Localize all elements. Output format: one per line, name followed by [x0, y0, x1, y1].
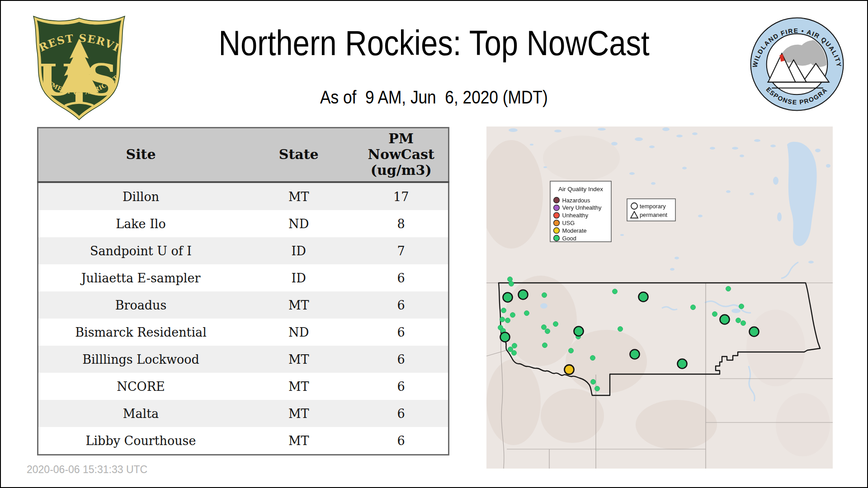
aqi-color-icon: [554, 197, 560, 203]
monitor-marker: [618, 327, 623, 332]
aqi-item-label: Very Unhealthy: [562, 204, 602, 211]
monitor-marker: [630, 350, 640, 359]
state-cell: MT: [243, 182, 354, 210]
monitor-marker: [501, 308, 506, 313]
aqi-color-icon: [554, 212, 560, 218]
site-cell: Billlings Lockwood: [38, 346, 244, 373]
marker-key: temporary permanent: [627, 199, 675, 221]
table-row: NCOREMT6: [38, 373, 449, 400]
monitor-marker: [510, 313, 515, 318]
state-cell: MT: [243, 346, 354, 373]
site-cell: NCORE: [38, 373, 244, 400]
value-cell: 6: [354, 373, 448, 400]
column-header-pm-nowcast: PM NowCast (ug/m3): [354, 128, 448, 183]
permanent-label: permanent: [640, 211, 668, 218]
value-cell: 7: [354, 237, 448, 264]
site-cell: Juliaetta E-sampler: [38, 264, 244, 291]
wfaqrp-logo: WILDLAND FIRE • AIR QUALITY RESPONSE PRO…: [748, 15, 846, 113]
table-row: Billlings LockwoodMT6: [38, 346, 449, 373]
state-cell: MT: [243, 400, 354, 427]
table-row: MaltaMT6: [38, 400, 449, 427]
aqi-item-label: Unhealthy: [562, 212, 589, 219]
state-cell: ID: [243, 237, 354, 264]
state-cell: MT: [243, 291, 354, 319]
report-page: FOREST SERVICE U S DEPARTMENT OF AGRICUL…: [0, 0, 868, 488]
monitor-marker: [720, 315, 730, 324]
aqi-item-label: USG: [562, 220, 575, 226]
page-title: Northern Rockies: Top NowCast: [218, 23, 649, 64]
monitor-marker: [500, 317, 505, 322]
monitor-marker: [553, 322, 558, 327]
monitor-marker: [569, 348, 574, 353]
site-cell: Bismarck Residential: [38, 319, 244, 346]
site-cell: Lake Ilo: [38, 210, 244, 237]
value-cell: 6: [354, 346, 448, 373]
value-cell: 8: [354, 210, 448, 237]
state-cell: ND: [243, 319, 354, 346]
aqi-item-label: Hazardous: [562, 197, 590, 204]
aqi-color-icon: [554, 220, 560, 226]
site-cell: Libby Courthouse: [38, 427, 244, 455]
monitor-marker: [524, 311, 529, 316]
monitor-marker: [739, 304, 744, 309]
monitor-marker: [741, 321, 746, 326]
monitor-marker: [736, 318, 741, 323]
monitor-marker: [639, 292, 648, 302]
state-cell: ID: [243, 264, 354, 291]
monitor-marker: [691, 305, 696, 310]
site-cell: Dillon: [38, 182, 244, 210]
value-cell: 6: [354, 291, 448, 319]
monitor-marker: [590, 356, 595, 361]
generated-timestamp: 2020-06-06 15:31:33 UTC: [27, 464, 147, 476]
table-row: Juliaetta E-samplerID6: [38, 264, 449, 291]
aqi-color-icon: [554, 205, 560, 211]
aqi-item-label: Good: [562, 235, 576, 242]
monitor-marker: [500, 333, 510, 342]
monitor-marker: [595, 386, 600, 391]
monitor-marker: [509, 282, 514, 286]
monitor-marker: [545, 329, 550, 334]
value-cell: 6: [354, 427, 448, 455]
monitor-marker: [512, 351, 517, 356]
table-row: Bismarck ResidentialND6: [38, 319, 449, 346]
aqi-legend: Air Quality Index HazardousVery Unhealth…: [550, 181, 611, 242]
monitor-marker: [508, 277, 513, 282]
monitor-map: Air Quality Index HazardousVery Unhealth…: [486, 127, 833, 469]
monitor-marker: [512, 343, 517, 348]
monitor-marker: [542, 293, 547, 298]
monitor-marker: [613, 289, 618, 294]
aqi-color-icon: [554, 228, 560, 234]
monitor-marker: [574, 327, 584, 336]
monitor-marker: [503, 293, 513, 302]
aqi-color-icon: [554, 235, 560, 241]
value-cell: 6: [354, 319, 448, 346]
monitor-marker: [519, 290, 528, 300]
state-cell: MT: [243, 373, 354, 400]
table-row: Lake IloND8: [38, 210, 449, 237]
value-cell: 6: [354, 400, 448, 427]
monitor-marker: [542, 343, 547, 348]
monitor-marker: [712, 312, 717, 317]
monitor-marker: [565, 365, 574, 375]
monitor-marker: [542, 325, 547, 330]
state-cell: MT: [243, 427, 354, 455]
monitor-marker: [505, 318, 510, 323]
aqi-legend-title: Air Quality Index: [558, 186, 603, 192]
aqi-item-label: Moderate: [562, 227, 587, 234]
table-row: DillonMT17: [38, 182, 449, 210]
site-cell: Malta: [38, 400, 244, 427]
page-subtitle: As of 9 AM, Jun 6, 2020 (MDT): [320, 87, 548, 108]
table-row: Sandpoint U of IID7: [38, 237, 449, 264]
monitor-marker: [726, 286, 731, 291]
value-cell: 17: [354, 182, 448, 210]
site-cell: Broadus: [38, 291, 244, 319]
site-cell: Sandpoint U of I: [38, 237, 244, 264]
column-header-state: State: [243, 128, 354, 183]
table-header-row: Site State PM NowCast (ug/m3): [38, 128, 449, 183]
nowcast-table: Site State PM NowCast (ug/m3) DillonMT17…: [37, 127, 449, 455]
table-row: Libby CourthouseMT6: [38, 427, 449, 455]
value-cell: 6: [354, 264, 448, 291]
monitor-marker: [678, 359, 687, 369]
temporary-label: temporary: [640, 203, 666, 210]
table-row: BroadusMT6: [38, 291, 449, 319]
